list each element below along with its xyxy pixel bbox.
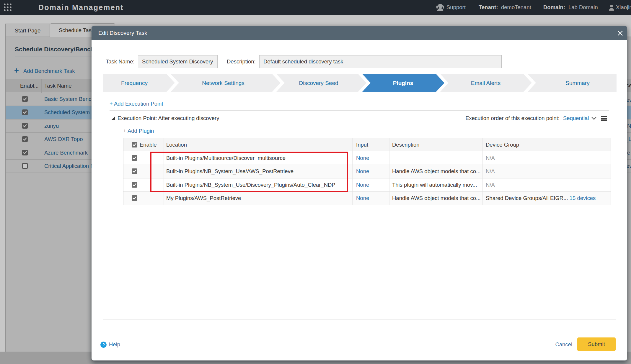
svg-text:Network Settings: Network Settings	[202, 80, 244, 86]
svg-text:Frequency: Frequency	[121, 80, 148, 86]
svg-text:?: ?	[102, 342, 105, 347]
svg-text:Email Alerts: Email Alerts	[471, 80, 500, 86]
svg-text:Plugins: Plugins	[393, 80, 413, 86]
svg-text:Discovery Seed: Discovery Seed	[299, 80, 338, 86]
svg-text:Summary: Summary	[565, 80, 590, 86]
